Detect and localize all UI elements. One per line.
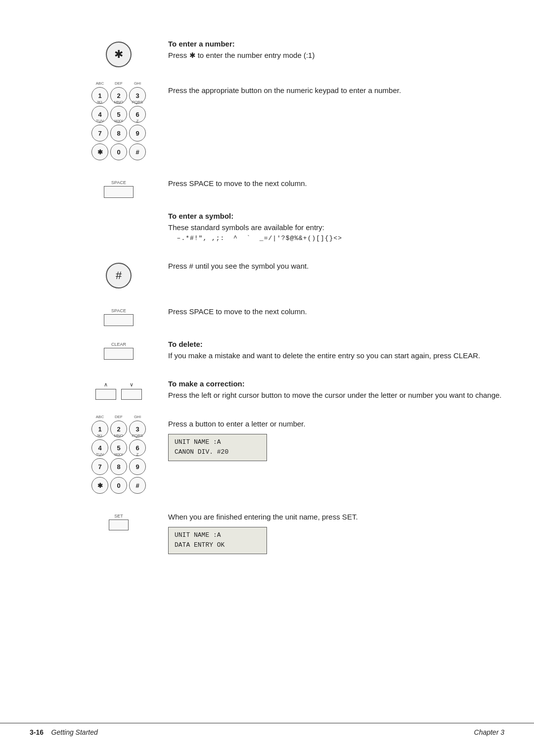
correction-line2: Press a button to enter a letter or numb…	[168, 419, 504, 430]
icon-col-arrows: ∧ ∨	[79, 379, 158, 400]
enter-number-line2: Press the appropriate button on the nume…	[168, 85, 504, 96]
section-enter-symbol-header: To enter a symbol: These standard symbol…	[79, 212, 504, 243]
clear-key	[104, 348, 134, 360]
section-correction-header: ∧ ∨ To make a correction: Press the left…	[79, 379, 504, 401]
lcd-display-1: UNIT NAME :A CANON DIV. #20	[168, 434, 267, 462]
space-label1: SPACE	[111, 180, 126, 185]
keypad-grid: ABC 1 DEF 2 GHI 3 JKL 4	[91, 87, 146, 160]
space-line1: Press SPACE to move to the next column.	[168, 178, 504, 189]
key-8: WXY 8	[110, 125, 127, 142]
lcd1-line1: UNIT NAME :A	[175, 437, 261, 448]
key2-8: WXY 8	[110, 458, 127, 475]
hash-key-icon: #	[106, 263, 132, 288]
footer-left: 3-16 Getting Started	[30, 728, 98, 736]
key2-hash: #	[129, 477, 146, 494]
icon-col-keypad2: ABC 1 DEF 2 GHI 3 JKL 4	[79, 419, 158, 494]
correction-title: To make a correction:	[168, 379, 504, 388]
key2-asterisk: ✱	[91, 477, 108, 494]
enter-symbol-title: To enter a symbol:	[168, 212, 504, 220]
key-9: Z 9	[129, 125, 146, 142]
arrow-right-wrap: ∨	[121, 381, 142, 400]
text-set: When you are finished entering the unit …	[158, 512, 504, 558]
page-number: 3-16	[30, 728, 44, 736]
arrow-left-key	[95, 389, 116, 400]
space-label2: SPACE	[111, 308, 126, 313]
arrow-left-label: ∧	[104, 381, 108, 388]
symbols-list: –.*#!", ,;: ^ ` _=/|'?$@%&+()[]{}<>	[168, 234, 504, 243]
footer-right-text: Chapter 3	[474, 728, 504, 736]
icon-col-asterisk: ✱	[79, 40, 158, 67]
key2-0: 0	[110, 477, 127, 494]
text-keypad-line2: Press the appropriate button on the nume…	[158, 85, 504, 96]
arrow-right-key	[121, 389, 142, 400]
keypad-grid2: ABC 1 DEF 2 GHI 3 JKL 4	[91, 421, 146, 494]
space-line2: Press SPACE to move to the next column.	[168, 306, 504, 318]
text-space1: Press SPACE to move to the next column.	[158, 178, 504, 189]
text-hash-symbol: Press # until you see the symbol you wan…	[158, 261, 504, 272]
correction-line1: Press the left or right cursor button to…	[168, 390, 504, 401]
enter-symbol-line1: These standard symbols are available for…	[168, 222, 504, 234]
icon-col-space2: SPACE	[79, 306, 158, 326]
arrow-right-label: ∨	[130, 381, 134, 388]
set-line: When you are finished entering the unit …	[168, 512, 504, 523]
text-delete: To delete: If you make a mistake and wan…	[158, 340, 504, 362]
icon-col-clear: CLEAR	[79, 340, 158, 360]
footer-right: Chapter 3	[474, 728, 504, 736]
clear-key-wrap: CLEAR	[104, 342, 134, 360]
arrow-left-wrap: ∧	[95, 381, 116, 400]
delete-body: If you make a mistake and want to delete…	[168, 350, 504, 362]
page: ✱ To enter a number: Press ✱ to enter th…	[0, 0, 534, 756]
set-key-wrap: SET	[109, 514, 129, 530]
icon-col-keypad: ABC 1 DEF 2 GHI 3 JKL 4	[79, 85, 158, 160]
key-hash: #	[129, 143, 146, 160]
set-key	[109, 520, 129, 530]
space-key2	[104, 314, 134, 326]
delete-title: To delete:	[168, 340, 504, 348]
key2-9: Z 9	[129, 458, 146, 475]
icon-col-set: SET	[79, 512, 158, 530]
text-space2: Press SPACE to move to the next column.	[158, 306, 504, 318]
section-keypad2: ABC 1 DEF 2 GHI 3 JKL 4	[79, 419, 504, 494]
lcd2-line1: UNIT NAME :A	[175, 530, 261, 541]
arrow-buttons: ∧ ∨	[95, 381, 142, 400]
lcd2-line2: DATA ENTRY OK	[175, 540, 261, 551]
key-0: 0	[110, 143, 127, 160]
space-key-wrap2: SPACE	[104, 308, 134, 326]
text-enter-number: To enter a number: Press ✱ to enter the …	[158, 40, 504, 61]
section-space-1: SPACE Press SPACE to move to the next co…	[79, 178, 504, 198]
lcd-display-2: UNIT NAME :A DATA ENTRY OK	[168, 527, 267, 555]
asterisk-key-icon: ✱	[106, 42, 132, 67]
icon-col-empty1	[79, 212, 158, 214]
text-correction: To make a correction: Press the left or …	[158, 379, 504, 401]
section-keypad: ABC 1 DEF 2 GHI 3 JKL 4	[79, 85, 504, 160]
footer-left-text: Getting Started	[51, 728, 98, 736]
enter-symbol-line2: Press # until you see the symbol you wan…	[168, 261, 504, 272]
enter-number-title: To enter a number:	[168, 40, 504, 48]
key-7: TUV 7	[91, 125, 108, 142]
text-enter-symbol: To enter a symbol: These standard symbol…	[158, 212, 504, 243]
key-asterisk: ✱	[91, 143, 108, 160]
clear-label: CLEAR	[111, 342, 126, 347]
key2-7: TUV 7	[91, 458, 108, 475]
section-set: SET When you are finished entering the u…	[79, 512, 504, 558]
icon-col-space1: SPACE	[79, 178, 158, 198]
enter-number-line1: Press ✱ to enter the number entry mode (…	[168, 50, 504, 61]
section-enter-number: ✱ To enter a number: Press ✱ to enter th…	[79, 40, 504, 67]
space-key-wrap1: SPACE	[104, 180, 134, 198]
section-space-2: SPACE Press SPACE to move to the next co…	[79, 306, 504, 326]
icon-col-hash: #	[79, 261, 158, 288]
space-key1	[104, 186, 134, 198]
section-delete: CLEAR To delete: If you make a mistake a…	[79, 340, 504, 362]
section-hash-symbol: # Press # until you see the symbol you w…	[79, 261, 504, 288]
lcd1-line2: CANON DIV. #20	[175, 447, 261, 458]
footer: 3-16 Getting Started Chapter 3	[0, 723, 534, 736]
set-label: SET	[114, 514, 123, 519]
text-correction-line2: Press a button to enter a letter or numb…	[158, 419, 504, 465]
